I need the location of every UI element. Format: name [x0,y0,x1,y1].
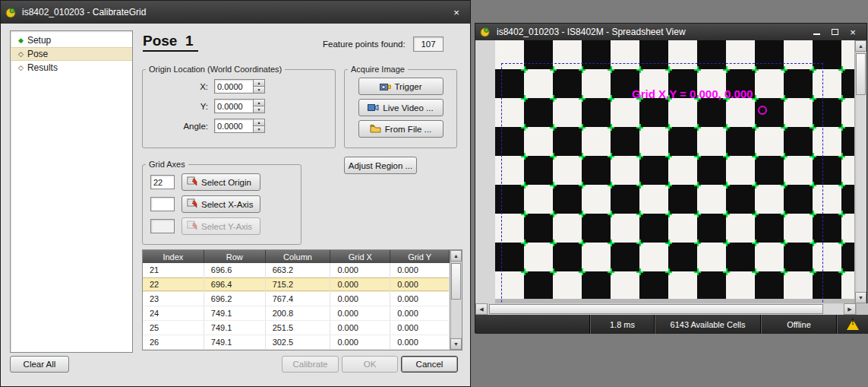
table-cell: 0.000 [330,292,390,306]
close-button[interactable]: × [447,6,466,19]
table-cell: 0.000 [330,335,390,349]
from-file-button[interactable]: From File ... [358,120,443,138]
maximize-button[interactable] [825,26,844,39]
x-axis-index-input[interactable] [150,197,175,211]
col-header-grid-y[interactable]: Grid Y [390,250,450,263]
table-cell: 0.000 [330,306,390,320]
table-cell: 0.000 [390,292,450,306]
angle-input[interactable] [214,119,254,133]
feature-table-grid: Index Row Column Grid X Grid Y 21696.666… [143,250,450,350]
select-x-axis-label: Select X-Axis [201,200,253,209]
scroll-right-button[interactable]: ▶ [844,303,856,315]
grid-axes-legend: Grid Axes [146,160,188,169]
live-video-button[interactable]: Live Video ... [358,99,443,116]
table-row[interactable]: 25749.1251.50.0000.000 [143,321,450,335]
spin-down-button[interactable]: ▼ [254,106,265,113]
table-row[interactable]: 26749.1302.50.0000.000 [143,335,450,350]
table-cell: 0.000 [390,263,450,277]
col-header-row[interactable]: Row [204,250,266,263]
tree-item-label: Results [27,62,58,73]
spin-down-button[interactable]: ▼ [254,87,265,94]
table-cell: 767.4 [266,292,331,306]
scroll-down-button[interactable]: ▼ [450,338,462,350]
image-vertical-scrollbar[interactable]: ▲ ▼ [854,40,866,303]
adjust-region-button[interactable]: Adjust Region ... [344,157,417,174]
warning-segment[interactable]: ! [836,315,868,334]
scroll-left-button[interactable]: ◀ [475,303,488,315]
feature-points-label: Feature points found: [323,40,406,49]
tree-item-label: Pose [27,49,48,59]
clear-all-button[interactable]: Clear All [10,356,69,373]
col-header-column[interactable]: Column [266,250,331,263]
minimize-button[interactable] [807,26,825,39]
scroll-up-button[interactable]: ▲ [855,40,866,52]
table-scrollbar[interactable]: ▲ ▼ [450,250,462,350]
table-row[interactable]: 21696.6663.20.0000.000 [143,263,450,278]
warning-mark: ! [851,318,854,326]
table-cell: 0.000 [330,278,390,291]
trigger-button[interactable]: Trigger [358,78,443,95]
scroll-track[interactable] [488,303,844,315]
tree-item-label: Setup [27,35,51,46]
scroll-thumb[interactable] [856,53,866,95]
x-input[interactable] [214,79,254,94]
table-row[interactable]: 24749.1200.80.0000.000 [143,306,450,321]
calibrategrid-titlebar[interactable]: is8402_010203 - CalibrateGrid × [1,1,470,24]
close-button[interactable]: × [844,26,862,39]
table-cell: 0.000 [390,306,450,320]
diamond-icon: ◆ [18,37,24,44]
table-cell: 663.2 [266,263,331,277]
tree-item-setup[interactable]: ◆ Setup [11,33,132,47]
insight-app-icon [480,26,492,38]
feature-cross [838,153,845,160]
origin-location-legend: Origin Location (World Coordinates) [146,65,285,74]
status-bar: 1.8 ms 6143 Available Cells Offline ! [475,315,868,334]
tree-item-pose[interactable]: ◇ Pose [11,47,132,61]
table-cell: 749.1 [204,335,266,349]
table-cell: 696.2 [204,292,266,306]
select-origin-button[interactable]: Select Origin [181,173,260,191]
scroll-up-button[interactable]: ▲ [450,250,462,262]
spin-up-button[interactable]: ▲ [254,99,265,106]
table-row[interactable]: 22696.4715.20.0000.000 [143,278,450,292]
image-horizontal-scrollbar[interactable]: ◀ ▶ [475,303,856,315]
select-y-axis-label: Select Y-Axis [201,222,252,231]
video-camera-icon [368,103,379,113]
cancel-button[interactable]: Cancel [401,356,458,373]
table-cell: 23 [143,292,204,306]
table-cell: 696.6 [204,263,266,277]
window-title: is8402_010203 - CalibrateGrid [22,7,447,17]
feature-cross [838,211,845,217]
y-input[interactable] [214,99,254,113]
acquire-image-group: Acquire Image Trigger Live Video ... Fro… [344,65,457,148]
y-label: Y: [150,102,208,111]
spin-down-button[interactable]: ▼ [254,126,265,133]
table-row[interactable]: 23696.2767.40.0000.000 [143,292,450,306]
spin-up-button[interactable]: ▲ [254,79,265,87]
angle-spinner: ▲▼ [214,119,265,133]
available-cells: 6143 Available Cells [654,315,760,334]
col-header-index[interactable]: Index [143,250,204,263]
minimize-icon [813,30,820,35]
feature-cross [838,268,845,275]
x-spinner: ▲▼ [214,79,265,94]
select-point-icon [187,198,197,210]
image-viewport[interactable]: Grid X,Y = 0.000, 0.000 [475,40,856,303]
select-x-axis-button[interactable]: Select X-Axis [181,195,260,213]
spin-up-button[interactable]: ▲ [254,119,265,126]
spreadsheet-titlebar[interactable]: is8402_010203 - IS8402M - Spreadsheet Vi… [475,24,866,40]
scroll-thumb[interactable] [451,263,461,300]
spreadsheet-window: is8402_010203 - IS8402M - Spreadsheet Vi… [475,23,867,333]
pose-table-body: 21696.6663.20.0000.00022696.4715.20.0000… [143,263,450,350]
tree-item-results[interactable]: ◇ Results [11,61,132,75]
angle-label: Angle: [150,122,208,131]
origin-index-input[interactable] [150,175,175,189]
scroll-thumb[interactable] [489,304,823,314]
scroll-down-button[interactable]: ▼ [855,292,866,303]
col-header-grid-x[interactable]: Grid X [330,250,390,263]
scroll-track[interactable] [855,52,866,292]
origin-location-group: Origin Location (World Coordinates) X: ▲… [142,65,336,148]
scroll-track[interactable] [450,262,462,338]
diamond-icon: ◇ [18,65,24,71]
close-icon: × [850,27,856,38]
